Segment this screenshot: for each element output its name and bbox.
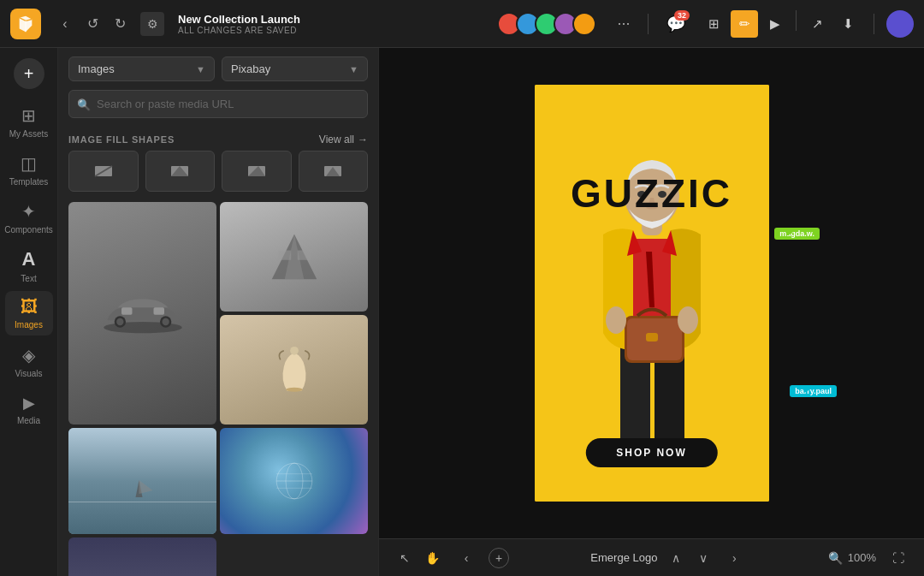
sidebar-item-label: Images	[15, 320, 43, 330]
select-tool-button[interactable]: ↖	[393, 546, 417, 570]
zoom-icon: 🔍	[828, 551, 843, 565]
my-assets-icon: ⊞	[21, 105, 36, 126]
sidebar-item-images[interactable]: 🖼 Images	[5, 291, 53, 336]
fullscreen-button[interactable]: ⛶	[886, 546, 910, 570]
sidebar-item-visuals[interactable]: ◈ Visuals	[5, 339, 53, 383]
toolbar-actions: ⊞ ✏ ▶ ↗ ⬇	[700, 10, 862, 38]
slide-inner: GUZZIC SHOP NOW	[535, 85, 769, 502]
svg-rect-6	[153, 307, 164, 314]
project-title: New Collection Launch	[178, 13, 300, 26]
nav-prev-group: ↖ ✋	[393, 546, 444, 570]
divider-3	[874, 14, 874, 34]
app-logo[interactable]	[10, 9, 41, 39]
user-avatar[interactable]	[886, 10, 914, 38]
svg-rect-13	[278, 251, 291, 260]
svg-rect-14	[297, 251, 310, 260]
sidebar-item-label: Templates	[9, 177, 49, 187]
source-dropdown-label: Images	[78, 62, 115, 75]
cursor-magda-icon: ▸	[786, 225, 793, 239]
sidebar-item-text[interactable]: A Text	[5, 243, 53, 288]
source-dropdown-chevron: ▼	[196, 64, 205, 74]
chat-button[interactable]: 💬 32	[660, 9, 691, 39]
page-name: Emerge Logo ∧ ∨ ›	[519, 546, 818, 570]
shop-now-button[interactable]: SHOP NOW	[585, 438, 717, 467]
undo-button[interactable]: ↺	[80, 12, 104, 36]
list-item[interactable]	[68, 202, 216, 425]
sidebar-item-label: Visuals	[15, 369, 42, 378]
shape-rectangle-button[interactable]	[68, 151, 139, 192]
list-item[interactable]	[68, 428, 216, 534]
sidebar-item-label: My Assets	[9, 129, 49, 139]
cursor-barry-icon: ▸	[804, 383, 810, 395]
download-button[interactable]: ⬇	[834, 10, 862, 38]
add-page-button[interactable]: +	[489, 548, 509, 568]
share-button[interactable]: ↗	[803, 10, 831, 38]
svg-rect-34	[646, 333, 658, 341]
sidebar-item-label: Components	[4, 225, 53, 235]
list-item[interactable]	[220, 315, 368, 425]
view-all-button[interactable]: View all →	[319, 134, 368, 145]
canvas-slide: GUZZIC SHOP NOW	[535, 85, 769, 502]
provider-dropdown-chevron: ▼	[349, 64, 358, 74]
undo-redo-group: ‹ ↺ ↻	[53, 12, 132, 36]
chat-badge: 32	[674, 10, 690, 21]
sidebar-item-components[interactable]: ✦ Components	[5, 195, 53, 240]
page-name-down-button[interactable]: ∨	[691, 546, 715, 570]
edit-mode-button[interactable]: ✏	[731, 10, 758, 38]
page-nav-arrows: ∧ ∨	[664, 546, 715, 570]
sidebar-item-label: Media	[17, 416, 40, 425]
hand-tool-button[interactable]: ✋	[420, 546, 444, 570]
svg-point-10	[162, 318, 169, 325]
divider-2	[796, 10, 797, 31]
canvas-viewport[interactable]: GUZZIC SHOP NOW magda.w. ▸ barry.paul ▸	[379, 48, 924, 538]
images-grid	[68, 202, 368, 576]
components-icon: ✦	[21, 201, 36, 222]
list-item[interactable]	[220, 428, 368, 534]
page-name-label: Emerge Logo	[590, 551, 657, 564]
bottom-bar: ↖ ✋ ‹ + Emerge Logo ∧ ∨ › 🔍 100% ⛶	[379, 538, 924, 576]
avatar-5[interactable]	[572, 12, 596, 36]
svg-point-16	[286, 387, 303, 391]
sidebar-item-templates[interactable]: ◫ Templates	[5, 147, 53, 192]
grid-view-button[interactable]: ⊞	[700, 10, 727, 38]
sidebar-item-media[interactable]: ▶ Media	[5, 387, 53, 431]
main-area: + ⊞ My Assets ◫ Templates ✦ Components A…	[0, 48, 924, 576]
search-icon: 🔍	[77, 98, 91, 110]
page-name-up-button[interactable]: ∧	[664, 546, 688, 570]
shape-triangle-button[interactable]	[222, 151, 292, 192]
prev-page-button[interactable]: ‹	[454, 546, 478, 570]
collaborator-barry: barry.paul	[790, 385, 837, 397]
view-all-label: View all	[319, 134, 354, 145]
shape-circle-button[interactable]	[145, 151, 216, 192]
sidebar-item-my-assets[interactable]: ⊞ My Assets	[5, 99, 53, 144]
images-icon: 🖼	[21, 297, 38, 317]
canvas-area: GUZZIC SHOP NOW magda.w. ▸ barry.paul ▸ …	[379, 48, 924, 576]
more-collaborators-button[interactable]: ···	[612, 12, 636, 36]
images-container	[58, 202, 378, 576]
zoom-area: 🔍 100%	[828, 551, 876, 565]
svg-point-36	[678, 306, 698, 334]
redo-button[interactable]: ↻	[108, 12, 132, 36]
settings-button[interactable]: ⚙	[140, 12, 164, 36]
svg-point-8	[116, 318, 123, 325]
project-status: ALL CHANGES ARE SAVED	[178, 26, 300, 35]
media-icon: ▶	[23, 394, 35, 413]
next-page-button[interactable]: ›	[722, 546, 746, 570]
back-button[interactable]: ‹	[53, 12, 77, 36]
project-info: New Collection Launch ALL CHANGES ARE SA…	[178, 13, 300, 35]
provider-dropdown[interactable]: Pixabay ▼	[222, 56, 368, 81]
media-panel: Images ▼ Pixabay ▼ 🔍 IMAGE FILL SHAPES V…	[58, 48, 379, 576]
collaborator-name: barry.paul	[795, 387, 832, 395]
panel-header: Images ▼ Pixabay ▼	[58, 48, 378, 90]
list-item[interactable]	[220, 202, 368, 312]
add-element-button[interactable]: +	[14, 58, 44, 89]
search-input[interactable]	[68, 90, 368, 118]
shapes-section-header: IMAGE FILL SHAPES View all →	[58, 127, 378, 151]
list-item[interactable]	[68, 537, 216, 576]
play-button[interactable]: ▶	[761, 10, 789, 38]
source-dropdown[interactable]: Images ▼	[68, 56, 215, 81]
svg-point-15	[290, 346, 299, 354]
left-sidebar: + ⊞ My Assets ◫ Templates ✦ Components A…	[0, 48, 58, 576]
shape-diamond-button[interactable]	[299, 151, 369, 192]
view-all-arrow-icon: →	[358, 134, 368, 145]
